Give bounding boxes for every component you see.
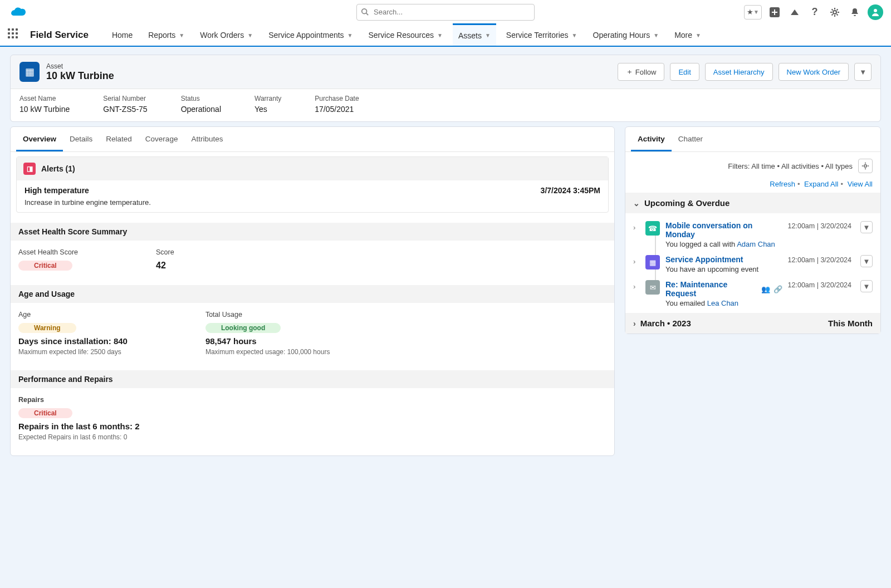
timeline-meta: 12:00am | 3/20/2024 (788, 280, 851, 307)
field-label: Asset Name (19, 95, 70, 102)
timeline-title[interactable]: Service Appointment (665, 255, 743, 264)
view-all-link[interactable]: View All (848, 180, 873, 188)
field-label: Purchase Date (315, 95, 359, 102)
tab-related[interactable]: Related (99, 127, 139, 151)
timeline-item-menu[interactable]: ▼ (860, 221, 873, 233)
timeline-subtitle: You emailed Lea Chan (665, 299, 782, 307)
field-value: 10 kW Turbine (19, 105, 70, 114)
tab-activity[interactable]: Activity (631, 127, 672, 151)
tab-coverage[interactable]: Coverage (139, 127, 185, 151)
svg-line-1 (366, 13, 369, 15)
user-avatar[interactable] (868, 4, 883, 20)
salesforce-logo-icon (8, 6, 28, 19)
more-actions-button[interactable]: ▼ (854, 63, 872, 81)
timeline-item: › ▦ Service Appointment You have an upco… (633, 252, 873, 277)
app-launcher-icon[interactable] (8, 28, 21, 42)
chevron-down-icon: ▼ (753, 9, 759, 15)
help-icon[interactable]: ? (807, 5, 822, 19)
global-utility-icons: ★▼ ? (744, 4, 883, 20)
repairs-note: Expected Repairs in last 6 months: 0 (18, 433, 140, 441)
nav-operating-hours[interactable]: Operating Hours▼ (588, 24, 665, 46)
expand-item-button[interactable]: › (633, 280, 640, 307)
alert-title: High temperature (25, 186, 89, 195)
nav-service-resources[interactable]: Service Resources▼ (363, 24, 448, 46)
section-header: Performance and Repairs (11, 370, 614, 388)
detail-tabs: Overview Details Related Coverage Attrib… (11, 127, 614, 152)
favorites-button[interactable]: ★▼ (744, 5, 762, 19)
activity-timeline: › ☎ Mobile conversation on Monday You lo… (625, 213, 880, 313)
month-group-header[interactable]: › March • 2023 This Month (625, 313, 880, 334)
expand-item-button[interactable]: › (633, 221, 640, 248)
chevron-down-icon: ⌄ (633, 199, 640, 208)
guidance-icon[interactable] (787, 5, 802, 19)
add-button[interactable] (767, 5, 782, 19)
expand-all-link[interactable]: Expand All (804, 180, 838, 188)
chevron-down-icon: ▼ (653, 32, 659, 38)
repairs-section: Performance and Repairs Repairs Critical… (11, 370, 614, 445)
timeline-title[interactable]: Re: Maintenance Request 👥 🔗 (665, 280, 782, 298)
nav-assets[interactable]: Assets▼ (453, 23, 496, 46)
chevron-down-icon: ▼ (179, 32, 184, 38)
tab-chatter[interactable]: Chatter (672, 127, 709, 151)
age-usage-section: Age and Usage Age Warning Days since ins… (11, 285, 614, 360)
global-search (356, 4, 535, 21)
global-search-input[interactable] (356, 4, 535, 21)
nav-home[interactable]: Home (106, 24, 138, 46)
tab-details[interactable]: Details (63, 127, 99, 151)
app-nav: Field Service Home Reports▼ Work Orders▼… (0, 24, 891, 47)
metric-label: Asset Health Score (18, 248, 78, 256)
chevron-down-icon: ▼ (485, 32, 491, 38)
field-value: GNT-ZS5-75 (103, 105, 147, 114)
timeline-item-menu[interactable]: ▼ (860, 255, 873, 267)
health-section: Asset Health Score Summary Asset Health … (11, 223, 614, 275)
new-work-order-button[interactable]: New Work Order (779, 63, 849, 81)
usage-pill: Looking good (205, 323, 281, 333)
asset-hierarchy-button[interactable]: Asset Hierarchy (705, 63, 773, 81)
health-score-value: 42 (156, 261, 174, 271)
chevron-down-icon: ▼ (859, 68, 866, 76)
field-label: Status (181, 95, 221, 102)
metric-label: Age (18, 311, 128, 318)
repairs-pill: Critical (18, 408, 72, 418)
nav-service-appointments[interactable]: Service Appointments▼ (263, 24, 358, 46)
field-value: Operational (181, 105, 221, 114)
alert-bell-icon: ◨ (23, 163, 36, 175)
nav-service-territories[interactable]: Service Territories▼ (501, 24, 583, 46)
activity-panel: Activity Chatter Filters: All time • All… (625, 126, 881, 334)
tab-overview[interactable]: Overview (16, 127, 63, 151)
nav-work-orders[interactable]: Work Orders▼ (194, 24, 258, 46)
timeline-meta: 12:00am | 3/20/2024 (788, 221, 851, 248)
nav-more[interactable]: More▼ (669, 24, 707, 46)
refresh-link[interactable]: Refresh (770, 180, 795, 188)
person-link[interactable]: Adam Chan (737, 240, 775, 248)
usage-value: 98,547 hours (205, 336, 330, 346)
chevron-right-icon: › (633, 319, 636, 328)
email-icon: ✉ (645, 280, 660, 295)
section-header: Asset Health Score Summary (11, 223, 614, 241)
timeline-title[interactable]: Mobile conversation on Monday (665, 221, 782, 239)
person-link[interactable]: Lea Chan (707, 299, 738, 307)
attachment-icon: 🔗 (773, 285, 782, 293)
alert-description: Increase in turbine engine temperature. (25, 198, 600, 207)
activity-settings-button[interactable] (858, 159, 873, 173)
follow-button[interactable]: ＋Follow (618, 63, 665, 81)
chevron-down-icon: ▼ (347, 32, 353, 38)
setup-gear-icon[interactable] (828, 5, 842, 19)
expand-item-button[interactable]: › (633, 255, 640, 273)
edit-button[interactable]: Edit (670, 63, 699, 81)
alert-timestamp: 3/7/2024 3:45PM (541, 186, 600, 195)
timeline-subtitle: You logged a call with Adam Chan (665, 240, 782, 248)
record-highlight-fields: Asset Name10 kW Turbine Serial NumberGNT… (11, 89, 880, 121)
nav-reports[interactable]: Reports▼ (143, 24, 190, 46)
tab-attributes[interactable]: Attributes (184, 127, 229, 151)
notifications-bell-icon[interactable] (848, 5, 862, 19)
age-value: Days since installation: 840 (18, 336, 128, 346)
asset-object-icon: ▦ (19, 62, 40, 82)
timeline-item-menu[interactable]: ▼ (860, 280, 873, 292)
field-value: Yes (254, 105, 281, 114)
upcoming-overdue-header[interactable]: ⌄ Upcoming & Overdue (625, 193, 880, 213)
timeline-item: › ✉ Re: Maintenance Request 👥 🔗 You emai… (633, 277, 873, 311)
field-label: Serial Number (103, 95, 147, 102)
global-header: ★▼ ? (0, 0, 891, 24)
activity-filters: Filters: All time • All activities • All… (625, 152, 880, 180)
